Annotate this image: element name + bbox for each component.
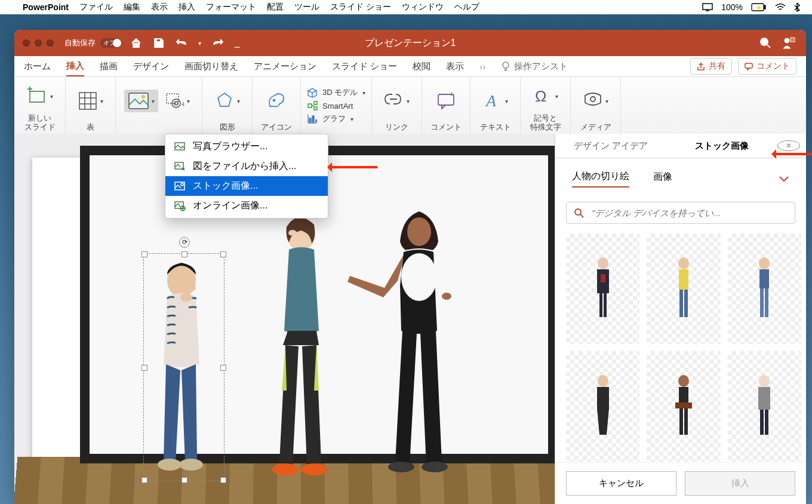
bulb-icon: [501, 61, 510, 72]
filter-image[interactable]: 画像: [653, 171, 672, 187]
tab-view[interactable]: 表示: [446, 57, 464, 76]
screenshot-button[interactable]: +▾: [162, 90, 193, 112]
app-name[interactable]: PowerPoint: [23, 2, 69, 12]
tell-me[interactable]: 操作アシスト: [514, 61, 568, 72]
dropdown-photo-browser[interactable]: 写真ブラウザー...: [165, 137, 328, 156]
svg-point-91: [181, 183, 183, 186]
svg-rect-8: [791, 38, 795, 42]
svg-rect-67: [759, 269, 769, 288]
pictures-dropdown: 写真ブラウザー... 図をファイルから挿入... ストック画像... オンライン…: [165, 134, 328, 219]
screen-icon[interactable]: [702, 3, 713, 11]
menu-slideshow[interactable]: スライド ショー: [330, 2, 391, 13]
panel-cancel-button[interactable]: キャンセル: [566, 471, 676, 496]
svg-rect-82: [758, 387, 770, 410]
tab-animations[interactable]: アニメーション: [254, 57, 316, 76]
stock-thumb[interactable]: [647, 233, 720, 344]
tab-design[interactable]: デザイン: [133, 57, 169, 76]
slide-image-woman1[interactable]: [259, 211, 355, 480]
tab-insert[interactable]: 挿入: [66, 57, 84, 76]
svg-point-27: [273, 100, 275, 102]
symbol-button[interactable]: Ω▾: [529, 84, 562, 109]
stock-thumb[interactable]: [647, 351, 720, 462]
tab-home[interactable]: ホーム: [24, 57, 51, 76]
svg-rect-29: [314, 102, 317, 105]
svg-rect-0: [703, 4, 712, 10]
table-button[interactable]: ▾: [74, 88, 107, 113]
menu-view[interactable]: 表示: [151, 2, 168, 13]
tab-transitions[interactable]: 画面切り替え: [184, 57, 238, 76]
shapes-button[interactable]: ▾: [211, 88, 244, 113]
link-button[interactable]: ▾: [380, 90, 413, 112]
icons-button[interactable]: [263, 88, 290, 113]
svg-point-48: [272, 463, 299, 475]
share-button[interactable]: 共有: [690, 58, 732, 75]
svg-rect-69: [765, 288, 768, 317]
svg-point-81: [759, 375, 770, 387]
filter-cutout[interactable]: 人物の切り絵: [572, 170, 629, 188]
menu-arrange[interactable]: 配置: [267, 2, 284, 13]
wifi-icon[interactable]: [775, 3, 786, 11]
svg-point-40: [590, 97, 595, 102]
menu-file[interactable]: ファイル: [79, 2, 113, 13]
search-box[interactable]: [566, 202, 795, 224]
selection-box[interactable]: ⟳: [143, 253, 224, 481]
svg-rect-80: [684, 408, 688, 435]
svg-rect-75: [597, 387, 609, 408]
undo-icon[interactable]: [176, 37, 187, 49]
panel-close-icon[interactable]: ✕: [777, 140, 800, 151]
autosave-toggle[interactable]: 自動保存 オフ: [64, 38, 122, 48]
media-button[interactable]: ▾: [579, 90, 612, 112]
stock-thumb[interactable]: [566, 233, 639, 344]
tab-slideshow[interactable]: スライド ショー: [332, 57, 397, 76]
svg-rect-35: [315, 119, 317, 122]
menu-window[interactable]: ウィンドウ: [402, 2, 444, 13]
svg-line-56: [580, 214, 583, 217]
account-icon[interactable]: [782, 36, 795, 50]
window-controls[interactable]: [14, 39, 54, 47]
svg-point-53: [422, 462, 448, 472]
stock-thumb[interactable]: [728, 351, 801, 462]
chevron-down-icon[interactable]: [779, 176, 789, 183]
dropdown-online-pictures[interactable]: オンライン画像...: [165, 196, 328, 216]
ribbon-tabs: ホーム 挿入 描画 デザイン 画面切り替え アニメーション スライド ショー 校…: [14, 56, 806, 77]
search-icon[interactable]: [759, 37, 771, 49]
dropdown-stock-images[interactable]: ストック画像...: [165, 176, 328, 196]
text-button[interactable]: A▾: [479, 88, 512, 113]
redo-icon[interactable]: [212, 37, 224, 49]
new-slide-button[interactable]: ▾: [23, 83, 57, 109]
panel-tab-stock-images[interactable]: ストック画像: [666, 136, 777, 156]
bluetooth-icon[interactable]: [794, 2, 800, 12]
menu-insert[interactable]: 挿入: [179, 2, 195, 13]
smartart-button[interactable]: SmartArt: [307, 100, 365, 111]
search-input[interactable]: [590, 207, 788, 219]
tab-review[interactable]: 校閲: [413, 57, 430, 76]
stock-images-panel: デザイン アイデア ストック画像 ✕ 人物の切り絵 画像: [555, 134, 806, 504]
mac-menubar: PowerPoint ファイル 編集 表示 挿入 フォーマット 配置 ツール ス…: [0, 0, 812, 14]
more-tabs[interactable]: ››: [479, 62, 485, 72]
stock-thumb[interactable]: [728, 233, 801, 344]
slide-image-woman2[interactable]: [343, 199, 498, 474]
svg-rect-33: [309, 118, 311, 122]
svg-rect-30: [314, 107, 317, 110]
menu-tools[interactable]: ツール: [294, 2, 319, 13]
dropdown-picture-from-file[interactable]: 図をファイルから挿入...: [165, 156, 328, 176]
stock-thumb[interactable]: [566, 351, 639, 462]
menu-edit[interactable]: 編集: [124, 2, 140, 13]
svg-point-66: [759, 257, 770, 269]
chart-button[interactable]: グラフ▾: [307, 113, 365, 124]
svg-point-52: [388, 462, 414, 472]
menu-format[interactable]: フォーマット: [206, 2, 256, 13]
svg-rect-65: [684, 290, 688, 317]
svg-text:⚡: ⚡: [755, 4, 762, 11]
comment-button[interactable]: コメント: [738, 58, 796, 75]
pictures-button[interactable]: ▾: [124, 90, 158, 112]
3dmodel-button[interactable]: 3D モデル▾: [307, 87, 365, 98]
tab-draw[interactable]: 描画: [100, 57, 118, 76]
comment-ribbon-button[interactable]: +: [432, 90, 460, 112]
svg-rect-16: [79, 93, 96, 109]
svg-point-74: [598, 375, 608, 387]
panel-tab-design-ideas[interactable]: デザイン アイデア: [555, 136, 666, 156]
home-icon[interactable]: [130, 37, 142, 49]
save-icon[interactable]: [153, 37, 165, 49]
menu-help[interactable]: ヘルプ: [454, 2, 479, 13]
